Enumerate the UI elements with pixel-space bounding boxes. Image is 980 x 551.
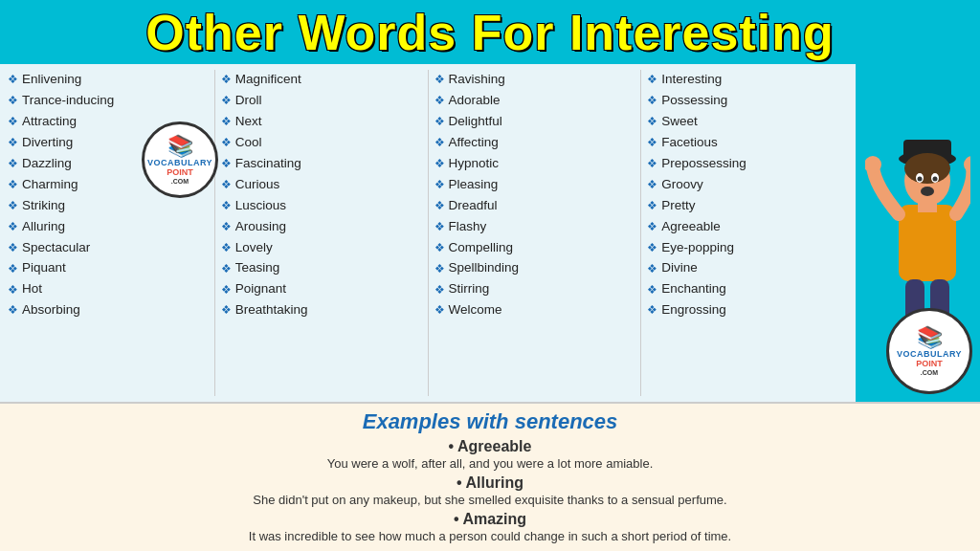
word-item: ❖Arousing — [221, 217, 422, 237]
word-item: ❖Cool — [221, 133, 422, 153]
diamond-icon: ❖ — [8, 113, 18, 131]
diamond-icon: ❖ — [221, 92, 232, 110]
example-word: Alluring — [19, 474, 961, 492]
diamond-icon: ❖ — [221, 71, 232, 89]
example-sentence: You were a wolf, after all, and you were… — [19, 456, 961, 471]
diamond-icon: ❖ — [647, 260, 657, 278]
word-text: Delightful — [449, 112, 502, 132]
diamond-icon: ❖ — [221, 301, 232, 320]
diamond-icon: ❖ — [221, 176, 232, 194]
logo-bottom-right: 📚 VOCABULARY POINT .COM — [886, 308, 972, 394]
word-text: Spellbinding — [449, 258, 520, 278]
header: Other Words For Interesting — [0, 0, 980, 64]
main-container: Other Words For Interesting ❖Enlivening❖… — [0, 0, 980, 551]
diamond-icon: ❖ — [8, 281, 18, 299]
diamond-icon: ❖ — [647, 218, 657, 236]
diamond-icon: ❖ — [434, 281, 445, 299]
word-item: ❖Teasing — [221, 258, 422, 278]
word-text: Sweet — [661, 112, 698, 132]
word-item: ❖Divine — [647, 258, 848, 278]
logo-com-text-2: .COM — [921, 369, 938, 377]
example-word: Amazing — [19, 511, 961, 528]
word-item: ❖Magnificent — [221, 70, 422, 90]
word-item: ❖Delightful — [434, 112, 635, 132]
diamond-icon: ❖ — [434, 197, 445, 215]
word-text: Dazzling — [22, 154, 72, 174]
svg-point-8 — [921, 187, 934, 196]
word-item: ❖Enlivening — [8, 70, 209, 90]
diamond-icon: ❖ — [434, 239, 445, 257]
diamond-icon: ❖ — [434, 134, 445, 152]
word-item: ❖Poignant — [221, 279, 422, 299]
word-text: Dreadful — [449, 196, 498, 216]
word-text: Affecting — [449, 133, 499, 153]
word-columns: ❖Enlivening❖Trance-inducing❖Attracting❖D… — [0, 64, 856, 402]
word-text: Teasing — [235, 258, 280, 278]
word-item: ❖Affecting — [434, 133, 635, 153]
word-text: Trance-inducing — [22, 91, 114, 111]
word-item: ❖Adorable — [434, 91, 635, 111]
diamond-icon: ❖ — [8, 260, 18, 278]
diamond-icon: ❖ — [647, 197, 657, 215]
diamond-icon: ❖ — [434, 92, 445, 110]
word-text: Fascinating — [235, 154, 301, 174]
word-text: Compelling — [449, 238, 514, 258]
word-column-2: ❖Magnificent❖Droll❖Next❖Cool❖Fascinating… — [221, 70, 422, 396]
word-item: ❖Sweet — [647, 112, 848, 132]
word-column-1: ❖Enlivening❖Trance-inducing❖Attracting❖D… — [8, 70, 209, 396]
image-area: 📚 VOCABULARY POINT .COM — [856, 64, 980, 402]
svg-rect-9 — [899, 205, 956, 281]
word-text: Ravishing — [449, 70, 505, 90]
example-sentence: It was incredible to see how much a pers… — [19, 529, 961, 543]
word-text: Interesting — [661, 70, 722, 90]
diamond-icon: ❖ — [221, 281, 232, 299]
word-item: ❖Pleasing — [434, 175, 635, 195]
word-text: Prepossessing — [661, 154, 746, 174]
diamond-icon: ❖ — [221, 155, 232, 173]
word-item: ❖Possessing — [647, 91, 848, 111]
word-text: Eye-popping — [661, 238, 734, 258]
word-text: Facetious — [661, 133, 718, 153]
diamond-icon: ❖ — [8, 301, 18, 320]
word-text: Engrossing — [661, 300, 726, 320]
diamond-icon: ❖ — [434, 301, 445, 320]
logo-point-text: POINT — [167, 168, 193, 178]
example-word: Agreeable — [19, 438, 961, 455]
svg-point-6 — [918, 176, 923, 181]
word-item: ❖Spectacular — [8, 238, 209, 258]
word-item: ❖Lovely — [221, 238, 422, 258]
word-text: Droll — [235, 91, 262, 111]
logo-point-text-2: POINT — [916, 360, 943, 369]
word-column-4: ❖Interesting❖Possessing❖Sweet❖Facetious❖… — [647, 70, 848, 396]
diamond-icon: ❖ — [434, 218, 445, 236]
diamond-icon: ❖ — [434, 260, 445, 278]
word-item: ❖Striking — [8, 196, 209, 216]
diamond-icon: ❖ — [221, 218, 232, 236]
word-item: ❖Stirring — [434, 279, 635, 299]
diamond-icon: ❖ — [8, 155, 18, 173]
word-item: ❖Droll — [221, 91, 422, 111]
word-text: Alluring — [22, 217, 65, 237]
word-text: Stirring — [449, 279, 490, 299]
diamond-icon: ❖ — [8, 218, 18, 236]
diamond-icon: ❖ — [8, 71, 18, 89]
word-text: Magnificent — [235, 70, 301, 90]
example-sentence: She didn't put on any makeup, but she sm… — [19, 493, 961, 507]
word-text: Hot — [22, 279, 42, 299]
word-text: Curious — [235, 175, 280, 195]
diamond-icon: ❖ — [8, 92, 18, 110]
word-item: ❖Alluring — [8, 217, 209, 237]
diamond-icon: ❖ — [8, 134, 18, 152]
diamond-icon: ❖ — [647, 92, 657, 110]
diamond-icon: ❖ — [8, 197, 18, 215]
word-text: Cool — [235, 133, 262, 153]
diamond-icon: ❖ — [434, 155, 445, 173]
word-text: Piquant — [22, 258, 66, 278]
word-text: Enchanting — [661, 279, 726, 299]
word-text: Groovy — [661, 175, 703, 195]
word-item: ❖Hypnotic — [434, 154, 635, 174]
svg-point-12 — [964, 156, 970, 173]
word-text: Attracting — [22, 112, 77, 132]
diamond-icon: ❖ — [647, 281, 657, 299]
diamond-icon: ❖ — [221, 239, 232, 257]
